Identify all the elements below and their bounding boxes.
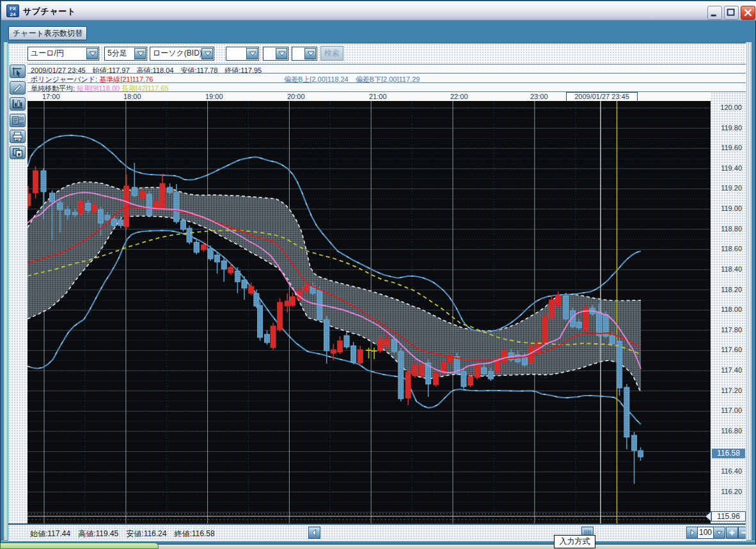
svg-text:10: 10 (19, 121, 24, 126)
svg-text:20: 20 (19, 116, 24, 121)
